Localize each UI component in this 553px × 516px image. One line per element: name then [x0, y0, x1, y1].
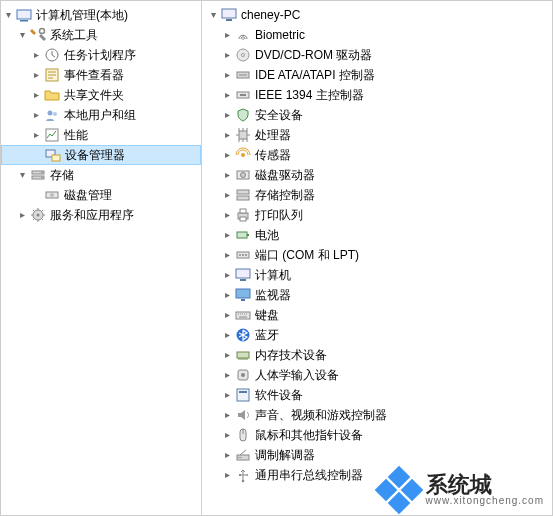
device-category-label: 存储控制器 — [254, 185, 315, 205]
chevron-right-icon[interactable]: ▸ — [220, 245, 234, 265]
chevron-right-icon[interactable]: ▸ — [220, 105, 234, 125]
disc-icon — [235, 47, 251, 63]
device-manager-icon — [45, 147, 61, 163]
node-local-users[interactable]: ▸ 本地用户和组 — [1, 105, 201, 125]
chevron-right-icon[interactable]: ▸ — [29, 85, 43, 105]
device-category[interactable]: ▸监视器 — [202, 285, 552, 305]
svg-point-39 — [242, 254, 244, 256]
chevron-right-icon[interactable]: ▸ — [15, 205, 29, 225]
left-nav-pane: ▾ 计算机管理(本地) ▾ 系统工具 — [1, 1, 202, 515]
chevron-right-icon[interactable]: ▸ — [220, 425, 234, 445]
device-category[interactable]: ▸处理器 — [202, 125, 552, 145]
device-category[interactable]: ▸蓝牙 — [202, 325, 552, 345]
svg-rect-25 — [240, 94, 246, 96]
svg-point-22 — [242, 54, 245, 57]
label: 设备管理器 — [64, 145, 125, 165]
device-category-label: 处理器 — [254, 125, 291, 145]
chevron-right-icon[interactable]: ▸ — [220, 345, 234, 365]
node-disk-management[interactable]: ▸ 磁盘管理 — [1, 185, 201, 205]
chevron-right-icon[interactable]: ▸ — [220, 305, 234, 325]
node-device-manager[interactable]: ▸ 设备管理器 — [1, 145, 201, 165]
device-category[interactable]: ▸调制解调器 — [202, 445, 552, 465]
chevron-right-icon[interactable]: ▸ — [220, 225, 234, 245]
device-category-label: 键盘 — [254, 305, 279, 325]
chevron-right-icon[interactable]: ▸ — [220, 285, 234, 305]
chevron-right-icon[interactable]: ▸ — [220, 45, 234, 65]
chevron-down-icon[interactable]: ▾ — [1, 5, 15, 25]
svg-point-17 — [37, 214, 40, 217]
chevron-down-icon[interactable]: ▾ — [15, 165, 29, 185]
chevron-right-icon[interactable]: ▸ — [29, 125, 43, 145]
node-task-scheduler[interactable]: ▸ 任务计划程序 — [1, 45, 201, 65]
device-category[interactable]: ▸声音、视频和游戏控制器 — [202, 405, 552, 425]
chevron-right-icon[interactable]: ▸ — [220, 385, 234, 405]
device-category-label: DVD/CD-ROM 驱动器 — [254, 45, 372, 65]
device-category[interactable]: ▸传感器 — [202, 145, 552, 165]
node-performance[interactable]: ▸ 性能 — [1, 125, 201, 145]
label: 磁盘管理 — [63, 185, 112, 205]
device-category-label: IDE ATA/ATAPI 控制器 — [254, 65, 375, 85]
node-services-apps[interactable]: ▸ 服务和应用程序 — [1, 205, 201, 225]
device-category[interactable]: ▸鼠标和其他指针设备 — [202, 425, 552, 445]
device-category-label: 通用串行总线控制器 — [254, 465, 363, 485]
node-shared-folders[interactable]: ▸ 共享文件夹 — [1, 85, 201, 105]
keyboard-icon — [235, 307, 251, 323]
chevron-right-icon[interactable]: ▸ — [220, 365, 234, 385]
hid-icon — [235, 367, 251, 383]
device-category[interactable]: ▸存储控制器 — [202, 185, 552, 205]
chevron-right-icon[interactable]: ▸ — [220, 145, 234, 165]
svg-point-58 — [246, 474, 248, 476]
device-category[interactable]: ▸Biometric — [202, 25, 552, 45]
device-category[interactable]: ▸人体学输入设备 — [202, 365, 552, 385]
svg-rect-30 — [237, 190, 249, 194]
svg-rect-33 — [240, 209, 246, 213]
device-category[interactable]: ▸打印队列 — [202, 205, 552, 225]
node-computer-root[interactable]: ▾ cheney-PC — [202, 5, 552, 25]
usb-icon — [235, 467, 251, 483]
device-category[interactable]: ▸电池 — [202, 225, 552, 245]
chevron-right-icon[interactable]: ▸ — [29, 45, 43, 65]
chevron-right-icon[interactable]: ▸ — [220, 25, 234, 45]
device-category[interactable]: ▸IEEE 1394 主控制器 — [202, 85, 552, 105]
device-category[interactable]: ▸安全设备 — [202, 105, 552, 125]
chevron-down-icon[interactable]: ▾ — [206, 5, 220, 25]
services-icon — [30, 207, 46, 223]
chevron-right-icon[interactable]: ▸ — [220, 405, 234, 425]
sensor-icon — [235, 147, 251, 163]
chevron-right-icon[interactable]: ▸ — [220, 205, 234, 225]
svg-point-56 — [242, 480, 245, 483]
device-category[interactable]: ▸计算机 — [202, 265, 552, 285]
device-tree-pane: ▾ cheney-PC ▸Biometric▸DVD/CD-ROM 驱动器▸ID… — [202, 1, 552, 515]
svg-point-49 — [241, 373, 245, 377]
chevron-right-icon[interactable]: ▸ — [220, 445, 234, 465]
device-category[interactable]: ▸键盘 — [202, 305, 552, 325]
svg-rect-43 — [236, 289, 250, 298]
node-system-tools[interactable]: ▾ 系统工具 — [1, 25, 201, 45]
device-category[interactable]: ▸磁盘驱动器 — [202, 165, 552, 185]
chevron-right-icon[interactable]: ▸ — [220, 165, 234, 185]
chevron-right-icon[interactable]: ▸ — [220, 85, 234, 105]
device-category[interactable]: ▸IDE ATA/ATAPI 控制器 — [202, 65, 552, 85]
svg-rect-7 — [46, 129, 58, 141]
device-category-label: 人体学输入设备 — [254, 365, 339, 385]
chevron-down-icon[interactable]: ▾ — [15, 25, 29, 45]
node-event-viewer[interactable]: ▸ 事件查看器 — [1, 65, 201, 85]
chevron-right-icon[interactable]: ▸ — [220, 65, 234, 85]
device-category[interactable]: ▸内存技术设备 — [202, 345, 552, 365]
device-category[interactable]: ▸DVD/CD-ROM 驱动器 — [202, 45, 552, 65]
device-category[interactable]: ▸软件设备 — [202, 385, 552, 405]
chevron-right-icon[interactable]: ▸ — [220, 125, 234, 145]
node-storage[interactable]: ▾ 存储 — [1, 165, 201, 185]
label: 共享文件夹 — [63, 85, 124, 105]
chevron-right-icon[interactable]: ▸ — [220, 185, 234, 205]
svg-rect-50 — [237, 389, 249, 401]
chevron-right-icon[interactable]: ▸ — [220, 465, 234, 485]
chevron-right-icon[interactable]: ▸ — [29, 65, 43, 85]
chevron-right-icon[interactable]: ▸ — [220, 325, 234, 345]
device-category[interactable]: ▸端口 (COM 和 LPT) — [202, 245, 552, 265]
device-category-label: 传感器 — [254, 145, 291, 165]
watermark: 系统城 www.xitongcheng.com — [378, 469, 545, 511]
chevron-right-icon[interactable]: ▸ — [220, 265, 234, 285]
chevron-right-icon[interactable]: ▸ — [29, 105, 43, 125]
node-computer-management[interactable]: ▾ 计算机管理(本地) — [1, 5, 201, 25]
